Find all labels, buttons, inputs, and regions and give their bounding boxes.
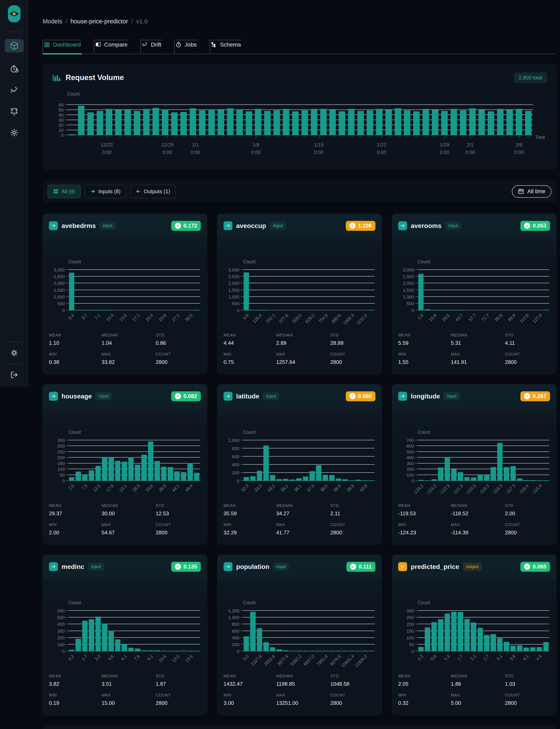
histogram-bin bbox=[282, 270, 289, 310]
y-tick-label: 250 bbox=[57, 450, 65, 455]
histogram-bin bbox=[483, 611, 490, 651]
histogram-bin bbox=[95, 440, 101, 481]
stat-min: MIN 0.75 bbox=[224, 352, 276, 365]
histogram-bin bbox=[167, 611, 174, 651]
stat-value: 5.00 bbox=[451, 700, 505, 706]
histogram-bar bbox=[69, 273, 75, 310]
histogram-bin bbox=[516, 440, 523, 481]
histogram-plot-area: 02004006008001,000 bbox=[243, 440, 375, 481]
volume-bar bbox=[264, 111, 271, 135]
histogram-bar bbox=[161, 467, 167, 481]
stat-value: 2800 bbox=[156, 359, 201, 365]
filter-all[interactable]: All (9) bbox=[48, 185, 81, 198]
histogram-bin bbox=[329, 440, 335, 481]
tab-label: Dashboard bbox=[53, 41, 81, 48]
histogram-bin bbox=[154, 440, 160, 481]
histogram-bin bbox=[147, 270, 154, 310]
stat-value: 2.00 bbox=[505, 510, 550, 517]
stat-min: MIN 0.19 bbox=[49, 693, 102, 706]
y-tick-mark bbox=[415, 290, 417, 290]
y-tick-label: 300 bbox=[57, 444, 65, 449]
y-tick-mark bbox=[415, 624, 417, 624]
histogram-bin bbox=[250, 440, 256, 481]
histogram-bin bbox=[319, 105, 328, 135]
cube-icon bbox=[10, 41, 19, 50]
stat-std: STD 2.00 bbox=[505, 503, 550, 517]
breadcrumb-models[interactable]: Models bbox=[43, 18, 62, 25]
feature-histogram: Count 0100200300400500600 0.21.73.24.66.… bbox=[43, 600, 207, 673]
volume-bar bbox=[525, 111, 532, 135]
y-tick-label: 1,200 bbox=[228, 608, 239, 614]
y-tick-label: 200 bbox=[406, 467, 414, 472]
sidebar-item-alerts[interactable] bbox=[10, 107, 18, 116]
volume-bar bbox=[339, 111, 345, 135]
breadcrumb-model-name[interactable]: house-price-predictor bbox=[70, 18, 128, 25]
eye-logo-icon[interactable] bbox=[8, 5, 21, 22]
histogram-bin bbox=[315, 440, 322, 481]
stat-max: MAX 141.91 bbox=[451, 352, 505, 365]
stat-value: 32.29 bbox=[224, 530, 276, 536]
filter-inputs[interactable]: Inputs (8) bbox=[84, 185, 126, 198]
histogram-bin bbox=[226, 105, 235, 135]
histogram-bin bbox=[477, 611, 483, 651]
volume-bar bbox=[292, 111, 299, 135]
y-tick-label: 600 bbox=[232, 629, 239, 634]
filter-outputs[interactable]: Outputs (1) bbox=[130, 185, 176, 198]
histogram-bar bbox=[257, 471, 262, 481]
tab-drift[interactable]: Drift bbox=[141, 40, 162, 54]
drift-score-badge: ✓ 0.065 bbox=[520, 562, 550, 572]
y-tick-mark bbox=[65, 104, 67, 105]
histogram-bin bbox=[174, 440, 180, 481]
logout-button[interactable] bbox=[10, 371, 18, 379]
histogram-bin bbox=[477, 270, 483, 310]
histogram-bar bbox=[316, 465, 321, 481]
histogram-bar bbox=[122, 462, 127, 481]
histogram-plot-area: 050100150200250300350 bbox=[68, 440, 200, 481]
sidebar-item-jobs[interactable] bbox=[10, 65, 18, 74]
y-tick-label: 1,500 bbox=[403, 288, 414, 293]
histogram-bin bbox=[95, 611, 101, 651]
calendar-icon bbox=[518, 188, 524, 194]
y-tick-label: 0 bbox=[62, 308, 65, 313]
volume-bar bbox=[227, 108, 234, 135]
histogram-plot-area: 0100200300400500600700 bbox=[418, 440, 549, 481]
volume-bar bbox=[404, 110, 410, 135]
histogram-bin bbox=[430, 105, 440, 135]
histogram-bin bbox=[128, 270, 134, 310]
tab-compare[interactable]: Compare bbox=[94, 40, 129, 54]
stat-std: STD 4.11 bbox=[505, 333, 550, 346]
y-tick-label: 10 bbox=[59, 128, 64, 133]
sidebar-item-models[interactable] bbox=[5, 39, 24, 52]
histogram-bin bbox=[142, 105, 151, 135]
histogram-bin bbox=[437, 611, 444, 651]
histogram-bin bbox=[276, 440, 282, 481]
tab-jobs[interactable]: Jobs bbox=[174, 40, 198, 54]
tab-schema[interactable]: Schema bbox=[210, 40, 242, 54]
histogram-bar bbox=[76, 472, 81, 481]
stat-value: 12.53 bbox=[156, 510, 201, 517]
feature-name: latitude bbox=[236, 393, 259, 400]
y-tick-mark bbox=[415, 446, 417, 446]
sidebar-item-settings[interactable] bbox=[10, 128, 18, 137]
histogram-bar bbox=[484, 475, 490, 481]
theme-toggle-button[interactable] bbox=[10, 349, 18, 357]
y-tick-mark bbox=[241, 624, 243, 624]
histogram-plot-area: 02004006008001,0001,200 bbox=[243, 611, 375, 651]
stat-value: 54.67 bbox=[102, 530, 156, 536]
time-range-button[interactable]: All time bbox=[512, 185, 551, 198]
drift-score-value: 0.135 bbox=[183, 564, 197, 570]
histogram-bin bbox=[296, 270, 302, 310]
stat-value: 2800 bbox=[505, 359, 550, 365]
histogram-bin bbox=[289, 611, 296, 651]
y-tick-label: 0 bbox=[412, 308, 414, 313]
histogram-bar bbox=[471, 478, 476, 481]
histogram-bin bbox=[302, 270, 309, 310]
histogram-bin bbox=[530, 440, 536, 481]
stat-label: COUNT bbox=[156, 352, 201, 356]
histogram-bin bbox=[335, 440, 342, 481]
histogram-bin bbox=[516, 270, 523, 310]
tab-dashboard[interactable]: Dashboard bbox=[43, 40, 82, 54]
histogram-bin bbox=[302, 440, 309, 481]
bar-series bbox=[418, 611, 549, 651]
sidebar-item-drift[interactable] bbox=[10, 86, 18, 95]
